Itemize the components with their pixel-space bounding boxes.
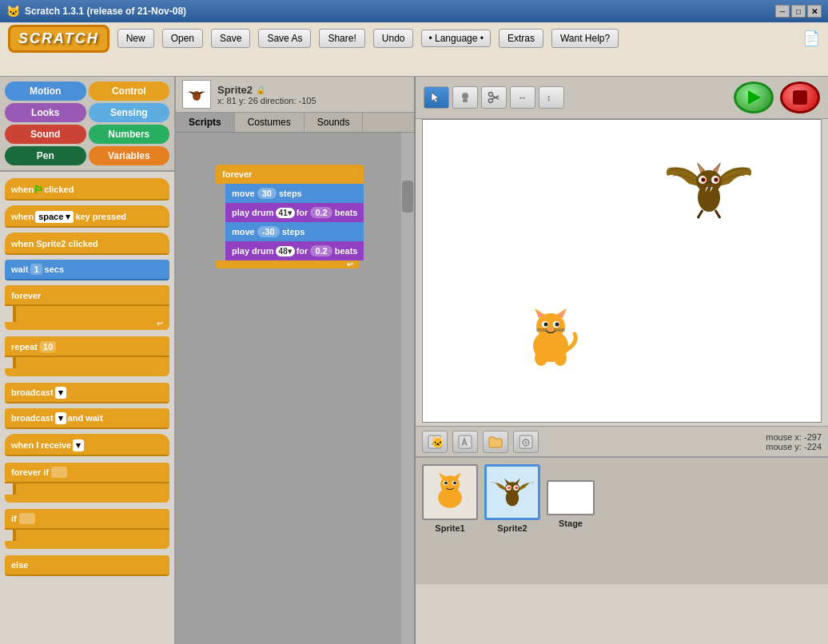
stage-item[interactable]: Stage bbox=[547, 480, 595, 578]
import-sprite-button[interactable] bbox=[483, 431, 508, 453]
wait-value[interactable]: 1 bbox=[30, 264, 42, 275]
block-if[interactable]: if bbox=[5, 509, 169, 549]
script-forever-block[interactable]: forever bbox=[216, 165, 364, 184]
sprite-name-row: Sprite2 🔒 bbox=[217, 84, 316, 96]
block-repeat[interactable]: repeat 10 bbox=[5, 336, 169, 376]
script-move30[interactable]: move 30 steps bbox=[225, 184, 364, 203]
language-button[interactable]: • Language • bbox=[421, 30, 490, 47]
sprite1-item[interactable]: Sprite1 bbox=[422, 464, 478, 578]
sprite-coords: x: 81 y: 26 direction: -105 bbox=[217, 96, 316, 105]
lock-icon: 🔒 bbox=[256, 85, 265, 94]
close-button[interactable]: ✕ bbox=[807, 5, 822, 18]
maximize-button[interactable]: □ bbox=[791, 5, 806, 18]
svg-point-1 bbox=[462, 93, 468, 99]
camera-sprite-button[interactable] bbox=[513, 431, 539, 453]
blocks-panel: Motion Control Looks Sensing Sound Numbe… bbox=[0, 77, 176, 644]
title-bar: 🐱 Scratch 1.3.1 (release of 21-Nov-08) ─… bbox=[0, 0, 828, 22]
svg-point-18 bbox=[544, 323, 548, 327]
block-when-receive[interactable]: when I receive ▾ bbox=[5, 434, 169, 456]
extras-button[interactable]: Extras bbox=[499, 29, 543, 48]
neg-steps-value[interactable]: -30 bbox=[257, 226, 280, 237]
scripts-scrollbar[interactable] bbox=[401, 133, 414, 644]
sprite2-item[interactable]: Sprite2 bbox=[484, 464, 540, 578]
drum41-dropdown[interactable]: 41▾ bbox=[276, 208, 295, 218]
block-when-key-pressed[interactable]: when space ▾ key pressed bbox=[5, 205, 169, 228]
script-drum48[interactable]: play drum 48▾ for 0.2 beats bbox=[225, 241, 364, 260]
paint-sprite-button[interactable] bbox=[452, 431, 478, 453]
category-numbers[interactable]: Numbers bbox=[89, 125, 170, 144]
svg-point-56 bbox=[444, 482, 448, 485]
category-sensing[interactable]: Sensing bbox=[89, 103, 170, 122]
category-motion[interactable]: Motion bbox=[5, 81, 86, 101]
sprite2-thumbnail[interactable] bbox=[484, 464, 540, 520]
svg-point-65 bbox=[515, 487, 518, 490]
category-buttons: Motion Control Looks Sensing Sound Numbe… bbox=[0, 77, 174, 172]
block-broadcast[interactable]: broadcast ▾ bbox=[5, 383, 169, 403]
settings-icon[interactable]: 📄 bbox=[802, 30, 820, 47]
drum48-dropdown[interactable]: 48▾ bbox=[276, 246, 295, 256]
help-button[interactable]: Want Help? bbox=[551, 29, 619, 48]
repeat-value[interactable]: 10 bbox=[40, 341, 56, 352]
category-pen[interactable]: Pen bbox=[5, 146, 86, 165]
block-when-sprite-clicked[interactable]: when Sprite2 clicked bbox=[5, 233, 169, 255]
stop-button[interactable] bbox=[780, 81, 820, 113]
svg-point-49 bbox=[524, 441, 527, 444]
window-controls: ─ □ ✕ bbox=[775, 5, 822, 18]
scratch-logo: SCRATCH bbox=[8, 25, 109, 53]
svg-line-42 bbox=[715, 210, 720, 218]
key-dropdown[interactable]: space ▾ bbox=[35, 211, 74, 223]
shrink-tool[interactable]: ↕ bbox=[539, 86, 564, 109]
block-forever-if[interactable]: forever if bbox=[5, 463, 169, 503]
block-when-clicked[interactable]: when 🏳 clicked bbox=[5, 178, 169, 201]
drum41-beats[interactable]: 0.2 bbox=[310, 207, 332, 218]
script-move-neg30[interactable]: move -30 steps bbox=[225, 222, 364, 241]
sprite1-thumbnail[interactable] bbox=[422, 464, 478, 520]
script-drum41[interactable]: play drum 41▾ for 0.2 beats bbox=[225, 203, 364, 222]
stamp-tool[interactable] bbox=[452, 86, 478, 109]
tab-sounds[interactable]: Sounds bbox=[305, 113, 364, 132]
stage-thumbnail[interactable] bbox=[547, 480, 595, 515]
go-button[interactable] bbox=[734, 81, 774, 113]
script-tabs: Scripts Costumes Sounds bbox=[176, 113, 414, 133]
blocks-palette: when 🏳 clicked when space ▾ key pressed … bbox=[0, 172, 174, 644]
broadcast-wait-dropdown[interactable]: ▾ bbox=[55, 412, 66, 424]
new-button[interactable]: New bbox=[117, 29, 154, 48]
block-wait[interactable]: wait 1 secs bbox=[5, 260, 169, 280]
new-sprite-button[interactable]: 🐱 bbox=[422, 431, 448, 453]
tab-costumes[interactable]: Costumes bbox=[235, 113, 305, 132]
drum48-beats[interactable]: 0.2 bbox=[310, 245, 332, 256]
open-button[interactable]: Open bbox=[162, 29, 203, 48]
toolbar-row: SCRATCH New Open Save Save As Share! Und… bbox=[0, 22, 828, 54]
save-as-button[interactable]: Save As bbox=[258, 29, 311, 48]
bat-sprite[interactable] bbox=[661, 144, 757, 240]
block-else[interactable]: else bbox=[5, 555, 169, 576]
grow-tool[interactable]: ↔ bbox=[510, 86, 535, 109]
svg-point-19 bbox=[555, 323, 559, 327]
minimize-button[interactable]: ─ bbox=[775, 5, 790, 18]
block-broadcast-wait[interactable]: broadcast ▾ and wait bbox=[5, 408, 169, 429]
pointer-tool[interactable] bbox=[424, 86, 449, 109]
receive-dropdown[interactable]: ▾ bbox=[73, 439, 84, 451]
svg-point-3 bbox=[489, 93, 493, 97]
stage-bottom-bar: 🐱 bbox=[416, 426, 828, 456]
scissors-tool[interactable] bbox=[481, 86, 507, 109]
svg-point-4 bbox=[489, 99, 493, 103]
sprite-preview-svg bbox=[185, 83, 209, 105]
tab-scripts[interactable]: Scripts bbox=[176, 113, 235, 132]
broadcast-dropdown[interactable]: ▾ bbox=[55, 387, 66, 399]
cat-sprite[interactable] bbox=[519, 302, 583, 374]
bat-svg bbox=[661, 144, 757, 240]
svg-text:🐱: 🐱 bbox=[431, 435, 442, 449]
category-variables[interactable]: Variables bbox=[89, 146, 170, 165]
cat-svg bbox=[519, 302, 583, 374]
sprite-details: Sprite2 🔒 x: 81 y: 26 direction: -105 bbox=[217, 84, 316, 105]
block-forever[interactable]: forever ↩ bbox=[5, 285, 169, 330]
category-control[interactable]: Control bbox=[89, 81, 170, 101]
undo-button[interactable]: Undo bbox=[373, 29, 414, 48]
category-looks[interactable]: Looks bbox=[5, 103, 86, 122]
svg-point-37 bbox=[702, 178, 705, 181]
category-sound[interactable]: Sound bbox=[5, 125, 86, 144]
share-button[interactable]: Share! bbox=[319, 29, 364, 48]
steps-value[interactable]: 30 bbox=[257, 188, 277, 199]
save-button[interactable]: Save bbox=[211, 29, 250, 48]
